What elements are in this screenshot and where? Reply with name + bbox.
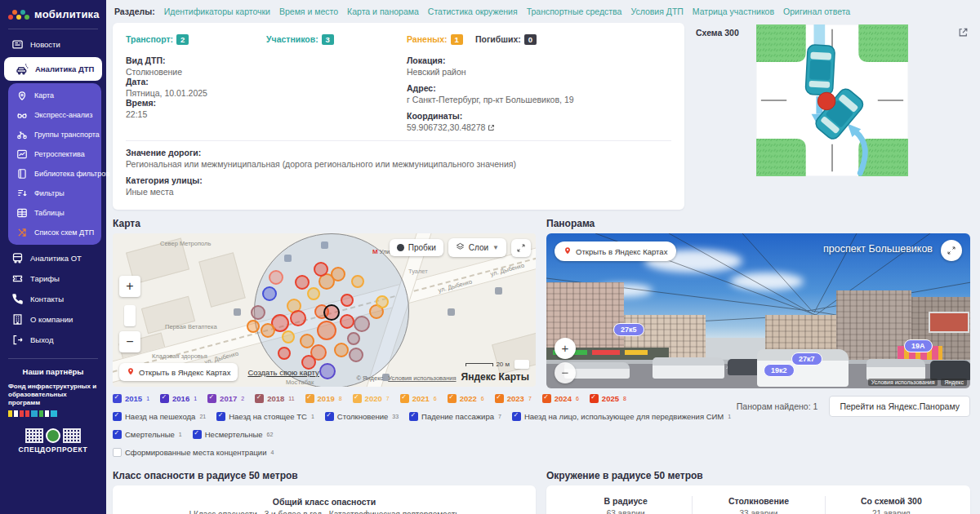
sidebar-item-transport-groups[interactable]: Группы транспорта xyxy=(8,125,101,144)
sidebar-item-dtp-schemes-list[interactable]: Список схем ДТП xyxy=(8,223,101,242)
accident-point[interactable] xyxy=(278,347,291,360)
map-zoom-out-button[interactable]: − xyxy=(119,331,140,352)
building-number-pill[interactable]: 27к7 xyxy=(791,352,822,366)
accident-point[interactable] xyxy=(376,295,389,308)
pano-zoom-in-button[interactable]: + xyxy=(555,338,576,359)
accident-point[interactable] xyxy=(290,310,306,326)
accident-point[interactable] xyxy=(347,332,360,345)
layers-button[interactable]: Слои▼ xyxy=(448,238,506,257)
checkbox-checked[interactable] xyxy=(193,430,202,439)
year-filter[interactable]: 20151 xyxy=(113,394,149,403)
sidebar-item-news[interactable]: Новости xyxy=(0,34,106,55)
checkbox-checked[interactable] xyxy=(160,394,169,403)
accident-point[interactable] xyxy=(340,314,354,329)
accident-point[interactable] xyxy=(317,321,336,340)
section-link[interactable]: Матрица участников xyxy=(693,7,774,16)
checkbox-checked[interactable] xyxy=(325,412,334,421)
section-link[interactable]: Условия ДТП xyxy=(630,7,683,16)
year-filter[interactable]: 20172 xyxy=(207,394,244,403)
sidebar-item-about[interactable]: О компании xyxy=(0,309,106,330)
severity-filter[interactable]: Несмертельные62 xyxy=(193,430,274,439)
pano-terms-link[interactable]: Условия использования xyxy=(868,379,938,386)
sidebar-item-ot-analytics[interactable]: Аналитика ОТ xyxy=(0,248,106,268)
sidebar-item-tables[interactable]: Таблицы xyxy=(8,203,101,223)
accident-point[interactable] xyxy=(314,262,328,277)
concentration-filter[interactable]: Сформированные места концентрации4 xyxy=(113,448,274,457)
street-panorama[interactable]: 27к5 19к2 27к7 19А Открыть в Яндекс Карт… xyxy=(546,233,970,388)
year-filter[interactable]: 20161 xyxy=(160,394,197,403)
accident-type-filter[interactable]: Наезд на стоящее ТС1 xyxy=(216,412,314,421)
checkbox-checked[interactable] xyxy=(255,394,264,403)
checkbox-checked[interactable] xyxy=(590,394,599,403)
accident-point[interactable] xyxy=(354,316,370,332)
map-ruler-control[interactable] xyxy=(124,305,136,326)
checkbox-checked[interactable] xyxy=(353,394,362,403)
map-zoom-in-button[interactable]: + xyxy=(119,276,140,297)
accident-point[interactable] xyxy=(307,287,320,300)
accident-type-filter[interactable]: Падение пассажира7 xyxy=(409,412,501,421)
checkbox-checked[interactable] xyxy=(448,394,457,403)
accident-point[interactable] xyxy=(261,323,275,338)
yandex-map[interactable]: ул. Дыбенко ул. Дыбенко ул. Дыбенко МУли… xyxy=(113,233,536,387)
checkbox-checked[interactable] xyxy=(400,394,409,403)
accident-type-filter[interactable]: Столкновение33 xyxy=(325,412,399,421)
keyboard-icon[interactable] xyxy=(514,360,529,369)
selected-accident-point[interactable] xyxy=(323,304,340,321)
sidebar-item-tariffs[interactable]: Тарифы xyxy=(0,268,106,289)
checkbox-checked[interactable] xyxy=(113,412,122,421)
pano-fullscreen-button[interactable] xyxy=(941,240,962,261)
accident-point[interactable] xyxy=(334,343,349,357)
checkbox-checked[interactable] xyxy=(207,394,216,403)
map-fullscreen-button[interactable] xyxy=(511,239,531,257)
accident-point[interactable] xyxy=(331,267,345,281)
sidebar-item-contacts[interactable]: Контакты xyxy=(0,289,106,309)
sidebar-item-retrospective[interactable]: Ретроспектива xyxy=(8,144,101,164)
checkbox-checked[interactable] xyxy=(542,394,551,403)
year-filter[interactable]: 20226 xyxy=(448,394,484,403)
pano-open-in-yandex-maps-button[interactable]: Открыть в Яндекс Картах xyxy=(555,241,676,261)
checkbox-checked[interactable] xyxy=(113,394,122,403)
sidebar-item-map[interactable]: Карта xyxy=(8,86,101,105)
accident-point[interactable] xyxy=(300,334,314,348)
checkbox-unchecked[interactable] xyxy=(113,448,122,457)
checkbox-checked[interactable] xyxy=(495,394,504,403)
section-link[interactable]: Карта и панорама xyxy=(347,7,419,16)
section-link[interactable]: Статистика окружения xyxy=(428,7,518,16)
section-link[interactable]: Транспортные средства xyxy=(527,7,622,16)
sidebar-item-express-analysis[interactable]: Экспресс-анализ xyxy=(8,105,101,125)
open-in-yandex-maps-button[interactable]: Открыть в Яндекс Картах xyxy=(119,363,238,381)
building-number-pill[interactable]: 19к2 xyxy=(764,364,795,377)
year-filter[interactable]: 20237 xyxy=(495,394,532,403)
accident-point[interactable] xyxy=(351,275,364,288)
building-number-pill[interactable]: 19А xyxy=(904,339,933,352)
pano-zoom-out-button[interactable]: − xyxy=(555,362,576,383)
section-link[interactable]: Время и место xyxy=(279,7,338,16)
sidebar-item-logout[interactable]: Выход xyxy=(0,330,106,350)
accident-point[interactable] xyxy=(282,330,295,343)
create-own-map-link[interactable]: Создать свою карту xyxy=(247,368,318,377)
schema-expand-icon[interactable] xyxy=(958,26,969,41)
sidebar-item-dtp-analytics[interactable]: Аналитика ДТП xyxy=(4,57,102,81)
checkbox-checked[interactable] xyxy=(216,412,225,421)
accident-point[interactable] xyxy=(341,294,354,307)
map-terms-link[interactable]: Условия использования xyxy=(388,374,456,382)
accident-point[interactable] xyxy=(269,270,283,285)
year-filter[interactable]: 20198 xyxy=(305,394,342,403)
checkbox-checked[interactable] xyxy=(409,412,418,421)
checkbox-checked[interactable] xyxy=(305,394,314,403)
accident-point[interactable] xyxy=(262,286,277,301)
goto-yandex-panorama-button[interactable]: Перейти на Яндекс.Панораму xyxy=(829,396,970,417)
accident-point[interactable] xyxy=(247,320,260,333)
accident-point[interactable] xyxy=(251,305,265,320)
accident-point[interactable] xyxy=(319,363,336,379)
sidebar-item-filters[interactable]: Фильтры xyxy=(8,184,101,203)
accident-type-filter[interactable]: Наезд на пешехода21 xyxy=(113,412,206,421)
severity-filter[interactable]: Смертельные1 xyxy=(113,430,182,439)
year-filter[interactable]: 201811 xyxy=(255,394,294,403)
building-number-pill[interactable]: 27к5 xyxy=(613,323,644,336)
section-link[interactable]: Идентификаторы карточки xyxy=(164,7,270,16)
year-filter[interactable]: 20207 xyxy=(353,394,390,403)
yandex-maps-logo[interactable]: Яндекс Карты xyxy=(461,371,529,383)
section-link[interactable]: Оригинал ответа xyxy=(783,7,850,16)
checkbox-checked[interactable] xyxy=(113,430,122,439)
